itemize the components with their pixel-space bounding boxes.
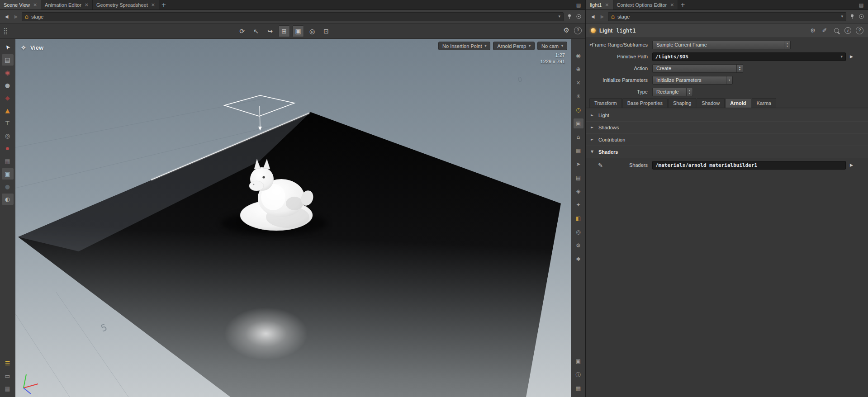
pane-menu-icon[interactable]: ▤: [574, 0, 583, 9]
snowflake-icon[interactable]: ✳: [574, 91, 583, 101]
info-icon[interactable]: ⓘ: [574, 370, 583, 380]
back-icon[interactable]: ◀: [3, 13, 10, 20]
help-icon[interactable]: ?: [856, 27, 863, 34]
insertion-point-menu[interactable]: No Insertion Point ▾: [438, 42, 490, 50]
chevron-down-icon[interactable]: ▾: [841, 14, 843, 19]
tab-base-properties[interactable]: Base Properties: [622, 98, 668, 108]
close-icon[interactable]: ×: [33, 2, 37, 7]
select-arrow-icon[interactable]: ↖: [250, 25, 262, 37]
diamond-icon[interactable]: ◈: [574, 186, 583, 196]
search-icon[interactable]: [833, 27, 840, 34]
circle-icon[interactable]: ◎: [574, 227, 583, 237]
forward-icon[interactable]: ▶: [598, 13, 606, 20]
pencil-icon[interactable]: ✎: [598, 162, 603, 168]
jump-arrow-icon[interactable]: ▶: [850, 163, 853, 167]
keyboard-grid-icon[interactable]: ▦: [574, 383, 583, 393]
section-light[interactable]: ► Light: [586, 109, 868, 122]
brush-tool-icon[interactable]: ◉: [2, 67, 14, 78]
tab-light1[interactable]: light1 ×: [586, 0, 613, 9]
dot-tool-icon[interactable]: ●: [2, 143, 14, 154]
lock-camera-icon[interactable]: ⊕: [574, 64, 583, 74]
context-path-field[interactable]: ⌂ stage ▾: [22, 12, 564, 21]
select-path-icon[interactable]: ↪: [264, 25, 276, 37]
select-cursor-icon[interactable]: ➤: [2, 42, 14, 53]
lamp-icon[interactable]: ▣: [574, 118, 583, 128]
shelf-drawer-icon[interactable]: ☰: [2, 358, 14, 369]
type-menu[interactable]: Rectangle ▴▾: [652, 88, 693, 96]
section-shaders[interactable]: ▼ Shaders: [586, 146, 868, 158]
pane-menu-icon[interactable]: ▤: [857, 0, 866, 9]
frame-selection-icon[interactable]: ⊡: [320, 25, 332, 37]
initialize-parameters-menu[interactable]: Initialize Parameters ▾: [652, 76, 733, 85]
jump-arrow-icon[interactable]: ▶: [850, 55, 853, 59]
sphere-tool-icon[interactable]: ●: [2, 80, 14, 91]
close-icon[interactable]: ×: [151, 2, 155, 7]
radar-icon[interactable]: [575, 13, 583, 20]
pin-icon[interactable]: [848, 13, 856, 20]
close-icon[interactable]: ×: [85, 2, 89, 7]
renderer-menu[interactable]: Arnold Persp ▾: [493, 42, 535, 50]
view-mode-icon[interactable]: ◉: [574, 51, 583, 61]
sparkle-icon[interactable]: ✱: [574, 254, 583, 264]
tab-animation-editor[interactable]: Animation Editor ×: [41, 0, 93, 9]
tab-shadow[interactable]: Shadow: [697, 98, 725, 108]
viewport-canvas[interactable]: 5 0: [15, 39, 571, 397]
ring-tool-icon[interactable]: ◎: [2, 130, 14, 142]
new-tab-button[interactable]: +: [678, 0, 687, 9]
toolbar-grip-icon[interactable]: ⣿: [3, 28, 8, 34]
layout-icon[interactable]: ▤: [574, 173, 583, 183]
character-tool-icon[interactable]: ▲: [2, 105, 14, 116]
layer-stack-icon[interactable]: ▤: [2, 54, 14, 66]
tab-geometry-spreadsheet[interactable]: Geometry Spreadsheet ×: [93, 0, 159, 9]
palette-icon[interactable]: ◧: [574, 213, 583, 223]
tab-context-options-editor[interactable]: Context Options Editor ×: [613, 0, 678, 9]
tumble-reselect-icon[interactable]: ⟳: [236, 25, 248, 37]
area-select-icon[interactable]: ▣: [292, 25, 304, 37]
gear-icon[interactable]: ⚙: [564, 27, 569, 34]
back-icon[interactable]: ◀: [589, 13, 597, 20]
chevron-right-icon[interactable]: ►: [590, 43, 593, 47]
keyboard-icon[interactable]: ▦: [2, 383, 14, 394]
info-icon[interactable]: i: [844, 27, 851, 34]
tab-arnold[interactable]: Arnold: [725, 98, 751, 108]
clock-icon[interactable]: ◷: [574, 105, 583, 115]
material-tool-icon[interactable]: ▣: [2, 168, 14, 180]
grid-display-icon[interactable]: ▦: [574, 146, 583, 156]
select-visible-icon[interactable]: ➤: [574, 159, 583, 169]
close-icon[interactable]: ×: [605, 2, 609, 7]
tab-karma[interactable]: Karma: [752, 98, 776, 108]
dark-sphere-icon[interactable]: ●: [2, 181, 14, 192]
section-contribution[interactable]: ► Contribution: [586, 134, 868, 146]
chevron-down-icon[interactable]: ▾: [558, 14, 560, 19]
radar-icon[interactable]: [858, 13, 865, 20]
render-region-icon[interactable]: ◎: [306, 25, 318, 37]
tab-shaping[interactable]: Shaping: [668, 98, 696, 108]
camera-menu[interactable]: No cam ▾: [537, 42, 567, 50]
help-icon[interactable]: ?: [574, 27, 582, 34]
new-tab-button[interactable]: +: [159, 0, 168, 9]
primitive-path-input[interactable]: /lights/$OS ▾: [652, 52, 846, 61]
brush-icon[interactable]: ✐: [821, 27, 828, 34]
grid-tool-icon[interactable]: ▦: [2, 156, 14, 167]
tab-transform[interactable]: Transform: [589, 98, 622, 108]
section-shadows[interactable]: ► Shadows: [586, 122, 868, 134]
context-path-field[interactable]: ⌂ stage ▾: [608, 12, 846, 21]
frame-range-menu[interactable]: Sample Current Frame ▴▾: [652, 41, 791, 49]
shaded-sphere-icon[interactable]: ◐: [2, 194, 14, 205]
close-icon[interactable]: ×: [670, 2, 674, 7]
pin-icon[interactable]: [565, 13, 573, 20]
node-name[interactable]: light1: [616, 28, 636, 34]
gear-small-icon[interactable]: ⚙: [574, 241, 583, 250]
action-menu[interactable]: Create ▴▾: [652, 64, 743, 73]
tab-scene-view[interactable]: Scene View ×: [0, 0, 41, 9]
snapshot-icon[interactable]: ▭: [2, 370, 14, 382]
star-icon[interactable]: ✦: [574, 200, 583, 210]
secure-selection-icon[interactable]: ⊞: [278, 25, 290, 37]
gem-tool-icon[interactable]: ◆: [2, 92, 14, 104]
shaders-path-input[interactable]: /materials/arnold_materialbuilder1: [652, 161, 846, 170]
close-view-icon[interactable]: ×: [574, 78, 583, 88]
chevron-down-icon[interactable]: ▾: [840, 55, 843, 59]
forward-icon[interactable]: ▶: [12, 13, 20, 20]
home-view-icon[interactable]: ⌂: [574, 132, 583, 142]
pose-tool-icon[interactable]: ⊤: [2, 118, 14, 129]
